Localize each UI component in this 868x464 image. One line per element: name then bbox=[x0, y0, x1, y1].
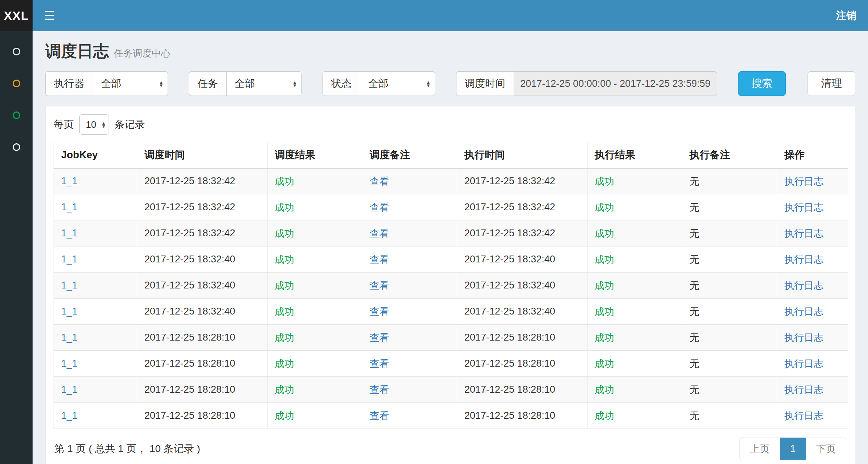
page-size-select[interactable]: 10 ▴▾ bbox=[79, 114, 109, 135]
content-area: 调度日志 任务调度中心 执行器 全部 ▴▾ 任务 全部 ▴▾ bbox=[33, 31, 868, 464]
time-range-input[interactable]: 2017-12-25 00:00:00 - 2017-12-25 23:59:5… bbox=[514, 71, 717, 96]
handle-msg-cell: 无 bbox=[682, 377, 777, 403]
page-length-bar: 每页 10 ▴▾ 条记录 bbox=[54, 114, 847, 135]
circle-outline-icon bbox=[13, 143, 20, 151]
jobkey-link[interactable]: 1_1 bbox=[61, 332, 77, 343]
handle-msg-cell: 无 bbox=[682, 351, 777, 377]
sidebar-item-2[interactable] bbox=[0, 67, 33, 99]
trigger-msg-link[interactable]: 查看 bbox=[370, 306, 389, 317]
table-row: 1_1 2017-12-25 18:32:40 成功 查看 2017-12-25… bbox=[54, 246, 848, 273]
trigger-result-cell: 成功 bbox=[267, 168, 362, 194]
sidebar-item-4[interactable] bbox=[0, 131, 33, 163]
table-row: 1_1 2017-12-25 18:32:40 成功 查看 2017-12-25… bbox=[54, 299, 848, 325]
jobkey-link[interactable]: 1_1 bbox=[61, 280, 77, 291]
navbar-bar: ☰ 注销 bbox=[33, 0, 868, 31]
trigger-time-cell: 2017-12-25 18:28:10 bbox=[137, 325, 267, 351]
select-arrows-icon: ▴▾ bbox=[293, 80, 296, 87]
page-1-button[interactable]: 1 bbox=[780, 438, 806, 460]
execution-log-link[interactable]: 执行日志 bbox=[784, 332, 823, 343]
handle-result-cell: 成功 bbox=[587, 377, 682, 403]
jobkey-link[interactable]: 1_1 bbox=[61, 306, 77, 317]
jobkey-link[interactable]: 1_1 bbox=[61, 176, 77, 186]
handle-time-cell: 2017-12-25 18:28:10 bbox=[457, 403, 587, 429]
handle-time-cell: 2017-12-25 18:32:40 bbox=[457, 273, 587, 299]
executor-filter-label: 执行器 bbox=[45, 71, 93, 96]
trigger-time-cell: 2017-12-25 18:32:40 bbox=[137, 299, 267, 325]
jobkey-link[interactable]: 1_1 bbox=[61, 254, 77, 265]
handle-time-cell: 2017-12-25 18:28:10 bbox=[457, 325, 587, 351]
sidebar-item-3[interactable] bbox=[0, 99, 33, 131]
trigger-msg-link[interactable]: 查看 bbox=[370, 254, 389, 265]
execution-log-link[interactable]: 执行日志 bbox=[784, 306, 823, 317]
jobkey-link[interactable]: 1_1 bbox=[61, 358, 77, 369]
jobkey-link[interactable]: 1_1 bbox=[61, 384, 77, 395]
page-length-suffix: 条记录 bbox=[114, 118, 145, 131]
prev-page-button[interactable]: 上页 bbox=[740, 438, 780, 460]
trigger-msg-link[interactable]: 查看 bbox=[370, 384, 389, 395]
table-row: 1_1 2017-12-25 18:28:10 成功 查看 2017-12-25… bbox=[54, 377, 848, 403]
column-header-handle-msg: 执行备注 bbox=[682, 142, 777, 168]
pagination-info: 第 1 页 ( 总共 1 页， 10 条记录 ) bbox=[54, 442, 200, 456]
trigger-msg-link[interactable]: 查看 bbox=[370, 228, 389, 239]
execution-log-link[interactable]: 执行日志 bbox=[784, 280, 823, 291]
execution-log-link[interactable]: 执行日志 bbox=[784, 410, 823, 421]
handle-result-cell: 成功 bbox=[587, 351, 682, 377]
trigger-result-cell: 成功 bbox=[267, 299, 362, 325]
job-filter-group: 任务 全部 ▴▾ bbox=[189, 71, 302, 96]
column-header-trigger-msg: 调度备注 bbox=[362, 142, 457, 168]
status-select[interactable]: 全部 ▴▾ bbox=[360, 71, 435, 96]
handle-time-cell: 2017-12-25 18:28:10 bbox=[457, 351, 587, 377]
execution-log-link[interactable]: 执行日志 bbox=[784, 228, 823, 239]
job-select[interactable]: 全部 ▴▾ bbox=[226, 71, 302, 96]
logo[interactable]: XXL bbox=[0, 0, 33, 31]
trigger-msg-link[interactable]: 查看 bbox=[370, 176, 389, 187]
column-header-handle-result: 执行结果 bbox=[587, 142, 682, 168]
execution-log-link[interactable]: 执行日志 bbox=[784, 384, 823, 395]
trigger-result-cell: 成功 bbox=[267, 403, 362, 429]
next-page-button[interactable]: 下页 bbox=[806, 438, 846, 460]
clear-button[interactable]: 清理 bbox=[808, 71, 855, 96]
executor-filter-group: 执行器 全部 ▴▾ bbox=[45, 71, 168, 96]
handle-result-cell: 成功 bbox=[587, 194, 682, 220]
column-header-trigger-time: 调度时间 bbox=[137, 142, 267, 168]
trigger-result-cell: 成功 bbox=[267, 194, 362, 220]
executor-select[interactable]: 全部 ▴▾ bbox=[93, 71, 168, 96]
trigger-time-cell: 2017-12-25 18:32:40 bbox=[137, 273, 267, 299]
execution-log-link[interactable]: 执行日志 bbox=[784, 358, 823, 369]
jobkey-link[interactable]: 1_1 bbox=[61, 228, 77, 239]
sidebar-item-1[interactable] bbox=[0, 35, 33, 67]
logout-link[interactable]: 注销 bbox=[836, 9, 856, 22]
table-row: 1_1 2017-12-25 18:32:40 成功 查看 2017-12-25… bbox=[54, 273, 848, 299]
handle-msg-cell: 无 bbox=[682, 325, 777, 351]
job-select-value: 全部 bbox=[235, 77, 255, 90]
filter-row: 执行器 全部 ▴▾ 任务 全部 ▴▾ 状态 全部 bbox=[45, 71, 855, 96]
table-row: 1_1 2017-12-25 18:28:10 成功 查看 2017-12-25… bbox=[54, 325, 848, 351]
circle-outline-icon bbox=[13, 111, 20, 119]
trigger-msg-link[interactable]: 查看 bbox=[370, 410, 389, 421]
jobkey-link[interactable]: 1_1 bbox=[61, 202, 77, 212]
trigger-msg-link[interactable]: 查看 bbox=[370, 332, 389, 343]
status-filter-group: 状态 全部 ▴▾ bbox=[323, 71, 435, 96]
handle-time-cell: 2017-12-25 18:32:40 bbox=[457, 299, 587, 325]
main-area: 调度日志 任务调度中心 执行器 全部 ▴▾ 任务 全部 ▴▾ bbox=[0, 31, 868, 464]
trigger-msg-link[interactable]: 查看 bbox=[370, 280, 389, 291]
jobkey-link[interactable]: 1_1 bbox=[61, 410, 77, 421]
execution-log-link[interactable]: 执行日志 bbox=[784, 254, 823, 265]
trigger-result-cell: 成功 bbox=[267, 246, 362, 273]
trigger-time-cell: 2017-12-25 18:32:42 bbox=[137, 168, 267, 194]
trigger-time-cell: 2017-12-25 18:32:42 bbox=[137, 220, 267, 246]
log-table-header: JobKey 调度时间 调度结果 调度备注 执行时间 执行结果 执行备注 操作 bbox=[54, 142, 848, 168]
handle-result-cell: 成功 bbox=[587, 325, 682, 351]
handle-msg-cell: 无 bbox=[682, 246, 777, 273]
hamburger-menu-icon[interactable]: ☰ bbox=[44, 9, 55, 22]
search-button[interactable]: 搜索 bbox=[738, 71, 786, 96]
trigger-time-cell: 2017-12-25 18:28:10 bbox=[137, 377, 267, 403]
execution-log-link[interactable]: 执行日志 bbox=[784, 176, 823, 187]
column-header-action: 操作 bbox=[777, 142, 848, 168]
trigger-msg-link[interactable]: 查看 bbox=[370, 202, 389, 213]
log-table-body: 1_1 2017-12-25 18:32:42 成功 查看 2017-12-25… bbox=[54, 168, 848, 429]
status-select-value: 全部 bbox=[368, 77, 388, 90]
trigger-msg-link[interactable]: 查看 bbox=[370, 358, 389, 369]
execution-log-link[interactable]: 执行日志 bbox=[784, 202, 823, 213]
trigger-result-cell: 成功 bbox=[267, 273, 362, 299]
